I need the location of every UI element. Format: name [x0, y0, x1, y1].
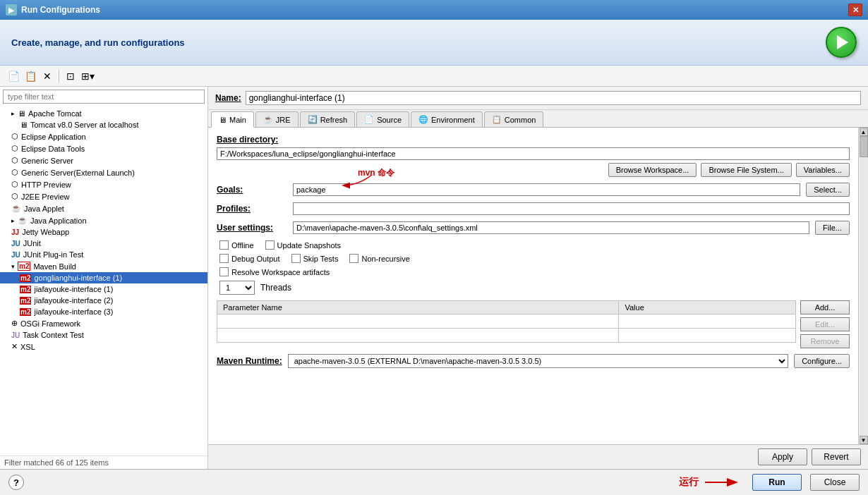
scrollbar[interactable]: ▲ ▼	[858, 128, 868, 444]
tree-item-jiafayouke-1[interactable]: m2 jiafayouke-interface (1)	[0, 283, 207, 295]
tree-item-label: Maven Build	[33, 262, 76, 271]
tree-item-junit-plugin[interactable]: JU JUnit Plug-in Test	[0, 249, 207, 260]
offline-checkbox[interactable]	[219, 240, 229, 250]
tree-item-jetty[interactable]: JJ Jetty Webapp	[0, 226, 207, 238]
profiles-input[interactable]	[293, 202, 850, 215]
left-panel: ▸ 🖥 Apache Tomcat 🖥 Tomcat v8.0 Server a…	[0, 87, 208, 469]
close-button[interactable]: Close	[810, 474, 860, 491]
tree-item-label: Java Application	[30, 216, 87, 225]
run-button[interactable]: Run	[752, 474, 802, 491]
source-tab-icon: 📄	[364, 115, 374, 124]
m2-icon: m2	[20, 286, 31, 293]
debug-output-checkbox[interactable]	[219, 254, 229, 263]
task-icon: JU	[11, 331, 20, 339]
new-config-button[interactable]: 📄	[6, 68, 21, 84]
offline-label: Offline	[231, 241, 254, 250]
expand-button[interactable]: ⊞▾	[80, 68, 95, 84]
update-snapshots-checkbox[interactable]	[265, 240, 275, 250]
osgi-icon: ⊕	[11, 319, 18, 328]
checkboxes-row2: Debug Output Skip Tests Non-recursive	[217, 254, 850, 263]
tree-item-generic-server-ext[interactable]: ⬡ Generic Server(External Launch)	[0, 166, 207, 178]
help-button[interactable]: ?	[8, 475, 24, 490]
threads-select[interactable]: 1 2 4	[219, 281, 255, 295]
scroll-thumb[interactable]	[860, 136, 868, 157]
tree-item-j2ee[interactable]: ⬡ J2EE Preview	[0, 190, 207, 202]
tree-item-label: Jetty Webapp	[22, 228, 69, 236]
scroll-up-button[interactable]: ▲	[860, 128, 868, 136]
offline-checkbox-item[interactable]: Offline	[219, 240, 254, 250]
base-directory-input[interactable]	[217, 147, 850, 160]
user-settings-input[interactable]	[293, 221, 809, 234]
tree-item-xsl[interactable]: ✕ XSL	[0, 341, 207, 353]
debug-output-label: Debug Output	[231, 255, 280, 263]
delete-config-button[interactable]: ✕	[40, 68, 55, 84]
file-button[interactable]: File...	[815, 221, 850, 235]
name-input[interactable]	[246, 91, 861, 105]
browse-filesystem-button[interactable]: Browse File System...	[701, 163, 791, 177]
filter-input[interactable]	[3, 90, 205, 104]
tree-item-apache-tomcat[interactable]: ▸ 🖥 Apache Tomcat	[0, 108, 207, 119]
tree-item-maven-build[interactable]: ▾ m2 Maven Build	[0, 260, 207, 272]
browse-workspace-button[interactable]: Browse Workspace...	[608, 163, 697, 177]
close-window-button[interactable]: ✕	[848, 4, 862, 16]
junit-plugin-icon: JU	[11, 251, 20, 259]
param-name-header: Parameter Name	[217, 301, 619, 314]
goals-label: Goals:	[217, 185, 287, 195]
non-recursive-checkbox[interactable]	[349, 254, 358, 263]
app-icon: ▶	[6, 4, 17, 16]
tree-item-eclipse-app[interactable]: ⬡ Eclipse Application	[0, 130, 207, 142]
maven-runtime-select[interactable]: apache-maven-3.0.5 (EXTERNAL D:\maven\ap…	[288, 354, 788, 368]
select-goals-button[interactable]: Select...	[806, 183, 850, 197]
scroll-track[interactable]	[860, 136, 868, 436]
java-app-icon: ☕	[18, 216, 28, 225]
expand-icon: ▸	[11, 110, 15, 117]
tab-environment[interactable]: 🌐 Environment	[411, 111, 483, 127]
edit-param-button[interactable]: Edit...	[800, 317, 850, 331]
tree-item-java-application[interactable]: ▸ ☕ Java Application	[0, 214, 207, 226]
tree-item-eclipse-data[interactable]: ⬡ Eclipse Data Tools	[0, 142, 207, 154]
tree-item-jiafayouke-3[interactable]: m2 jiafayouke-interface (3)	[0, 306, 207, 317]
tree-item-http-preview[interactable]: ⬡ HTTP Preview	[0, 178, 207, 190]
copy-config-button[interactable]: 📋	[23, 68, 38, 84]
resolve-workspace-checkbox-item[interactable]: Resolve Workspace artifacts	[219, 267, 330, 276]
remove-param-button[interactable]: Remove	[800, 334, 850, 348]
java-expand-icon: ▸	[11, 217, 15, 224]
goals-input[interactable]	[293, 183, 800, 196]
param-section: Parameter Name Value	[217, 300, 850, 348]
scroll-down-button[interactable]: ▼	[860, 436, 868, 444]
tree-item-gonglianghui[interactable]: m2 gonglianghui-interface (1)	[0, 272, 207, 283]
tree-item-task-context[interactable]: JU Task Context Test	[0, 329, 207, 341]
tree-item-jiafayouke-2[interactable]: m2 jiafayouke-interface (2)	[0, 295, 207, 306]
tab-common[interactable]: 📋 Common	[484, 111, 544, 127]
tab-refresh[interactable]: 🔄 Refresh	[300, 111, 356, 127]
tab-source[interactable]: 📄 Source	[356, 111, 409, 127]
m2-icon: m2	[20, 297, 31, 305]
collapse-button[interactable]: ⊡	[63, 68, 78, 84]
maven-runtime-section: Maven Runtime: apache-maven-3.0.5 (EXTER…	[217, 354, 850, 368]
refresh-tab-icon: 🔄	[308, 115, 318, 124]
skip-tests-checkbox-item[interactable]: Skip Tests	[291, 254, 339, 263]
configure-maven-button[interactable]: Configure...	[794, 354, 850, 368]
tab-jre[interactable]: ☕ JRE	[255, 111, 299, 127]
tree-item-label: jiafayouke-interface (2)	[34, 296, 113, 305]
tree-item-label: jiafayouke-interface (3)	[34, 307, 113, 316]
tree-item-tomcat-server[interactable]: 🖥 Tomcat v8.0 Server at localhost	[0, 119, 207, 130]
skip-tests-checkbox[interactable]	[291, 254, 301, 263]
non-recursive-checkbox-item[interactable]: Non-recursive	[349, 254, 409, 263]
revert-button[interactable]: Revert	[812, 448, 861, 465]
tree-item-java-applet[interactable]: ☕ Java Applet	[0, 202, 207, 214]
add-param-button[interactable]: Add...	[800, 300, 850, 314]
update-snapshots-checkbox-item[interactable]: Update Snapshots	[265, 240, 342, 250]
tree-item-label: J2EE Preview	[21, 192, 69, 201]
resolve-workspace-checkbox[interactable]	[219, 267, 229, 276]
variables-button[interactable]: Variables...	[796, 163, 850, 177]
run-play-button[interactable]	[826, 27, 857, 58]
debug-output-checkbox-item[interactable]: Debug Output	[219, 254, 280, 263]
tree-item-osgi[interactable]: ⊕ OSGi Framework	[0, 317, 207, 329]
apply-button[interactable]: Apply	[758, 448, 807, 465]
tab-main[interactable]: 🖥 Main	[211, 111, 254, 128]
tree-item-generic-server[interactable]: ⬡ Generic Server	[0, 154, 207, 166]
param-value-cell	[619, 314, 796, 329]
tree-item-junit[interactable]: JU JUnit	[0, 238, 207, 249]
tree-item-label: Eclipse Data Tools	[21, 145, 85, 153]
